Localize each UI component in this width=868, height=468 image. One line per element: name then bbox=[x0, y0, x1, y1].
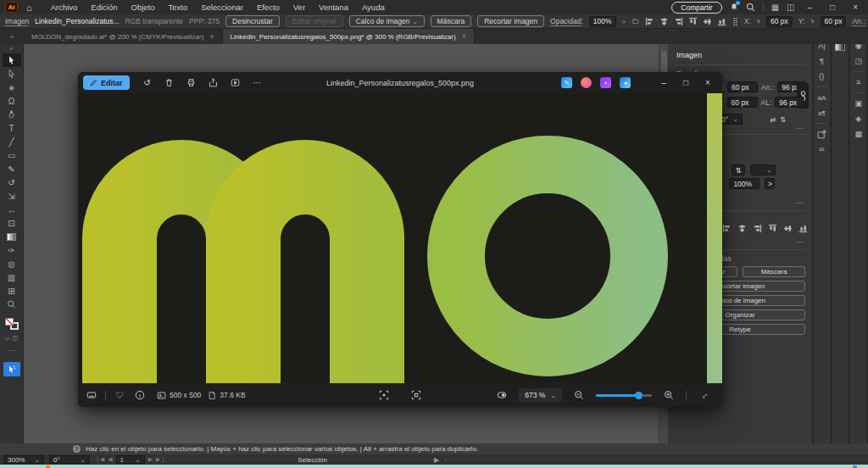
window-close-button[interactable]: × bbox=[848, 3, 863, 12]
opacity-expand-icon[interactable]: > bbox=[622, 18, 626, 25]
y-stepper[interactable]: ⇅ bbox=[810, 20, 814, 23]
file-info-icon[interactable] bbox=[130, 387, 150, 403]
window-minimize-button[interactable]: – bbox=[803, 3, 818, 12]
zoom-lock-toggle-icon[interactable] bbox=[492, 387, 512, 403]
direct-selection-tool[interactable] bbox=[3, 67, 21, 81]
mask-button[interactable]: Máscara bbox=[431, 15, 472, 27]
tab-moldon-degradado[interactable]: MOLDON_degradado.ai* @ 200 % (CMYK/Previ… bbox=[24, 29, 223, 44]
x-stepper[interactable]: ⇅ bbox=[757, 20, 760, 23]
viewer-close-button[interactable]: × bbox=[697, 75, 719, 91]
menu-objeto[interactable]: Objeto bbox=[125, 3, 162, 12]
free-transform-tool[interactable]: ⊡ bbox=[3, 216, 21, 230]
next-artboard-icon[interactable]: ▶ bbox=[148, 456, 153, 463]
opacity-label[interactable]: Opacidad: bbox=[550, 17, 583, 25]
favorite-heart-icon[interactable]: ♡ bbox=[109, 387, 130, 403]
menu-ver[interactable]: Ver bbox=[287, 3, 312, 12]
menu-ayuda[interactable]: Ayuda bbox=[355, 3, 392, 12]
workspace-columns-icon[interactable]: ▦ bbox=[771, 3, 779, 12]
menu-seleccionar[interactable]: Seleccionar bbox=[194, 3, 250, 12]
appearance-more-icon[interactable]: ⋯ bbox=[796, 198, 804, 207]
tab-close-icon[interactable]: × bbox=[209, 32, 214, 41]
flip-horizontal-icon[interactable]: ⇄ bbox=[770, 115, 776, 124]
opacity-field[interactable]: 100% bbox=[729, 178, 760, 189]
rotate-tool[interactable]: ↺ bbox=[3, 176, 21, 189]
rectangle-tool[interactable]: ▭ bbox=[3, 148, 21, 162]
designer-app-icon[interactable] bbox=[581, 77, 592, 88]
style-dropdown-icon[interactable]: 🗀 bbox=[632, 17, 639, 25]
blend-tool[interactable]: ◎ bbox=[3, 257, 21, 270]
context-label[interactable]: Imagen bbox=[5, 17, 29, 25]
align-right-icon[interactable] bbox=[674, 17, 683, 26]
status-play-icon[interactable]: ▶ bbox=[434, 456, 439, 464]
symbols-panel-icon[interactable]: ◳ bbox=[850, 53, 866, 69]
gradient-panel-icon[interactable] bbox=[835, 43, 845, 51]
transform-more-icon[interactable]: ⋯ bbox=[796, 124, 804, 132]
width-label[interactable]: An.: bbox=[852, 17, 865, 25]
menu-archivo[interactable]: Archivo bbox=[44, 3, 85, 12]
x-field[interactable]: 60 px bbox=[766, 16, 793, 27]
graph-tool[interactable]: ▥ bbox=[3, 270, 21, 284]
zoom-slider[interactable] bbox=[596, 394, 652, 397]
align-more-icon[interactable]: ⋯ bbox=[796, 237, 804, 246]
type-tool[interactable]: T bbox=[3, 121, 21, 135]
image-view[interactable] bbox=[78, 93, 722, 383]
viewer-maximize-button[interactable]: □ bbox=[675, 75, 697, 91]
notifications-bell-icon[interactable] bbox=[730, 3, 738, 12]
paragraph-panel-icon[interactable]: ¶ bbox=[814, 53, 830, 69]
selection-tool[interactable] bbox=[3, 53, 21, 67]
actual-size-icon[interactable] bbox=[406, 387, 426, 403]
delete-icon[interactable] bbox=[159, 75, 181, 90]
more-options-icon[interactable]: ⋯ bbox=[247, 75, 269, 90]
artboard-tool[interactable]: ⊞ bbox=[3, 284, 21, 298]
draw-normal-icon[interactable]: ▱ bbox=[5, 335, 9, 342]
pencil-tool[interactable]: ✎ bbox=[3, 162, 21, 176]
flip-vertical-icon[interactable]: ⇅ bbox=[780, 115, 786, 124]
line-segment-tool[interactable]: ╱ bbox=[3, 135, 21, 148]
zoom-in-icon[interactable] bbox=[659, 387, 679, 403]
edit-image-button[interactable]: Editar bbox=[83, 75, 130, 90]
zoom-slider-handle[interactable] bbox=[635, 392, 643, 399]
opacity-field[interactable]: 100% bbox=[589, 16, 616, 27]
menu-efecto[interactable]: Efecto bbox=[250, 3, 287, 12]
align-middle-icon[interactable] bbox=[703, 17, 712, 26]
width-tool[interactable]: ↔ bbox=[3, 203, 21, 216]
artboard-number-dropdown[interactable]: 1⌄ bbox=[116, 455, 145, 464]
menu-texto[interactable]: Texto bbox=[162, 3, 195, 12]
stroke-width-dropdown[interactable]: ⌄ bbox=[750, 164, 776, 176]
menu-ventana[interactable]: Ventana bbox=[312, 3, 355, 12]
photoshop-app-icon[interactable]: ▪ bbox=[600, 77, 611, 88]
opacity-expand-icon[interactable]: > bbox=[765, 178, 775, 189]
align-middle-icon[interactable] bbox=[783, 224, 793, 233]
edit-toolbar-button[interactable] bbox=[3, 362, 20, 376]
align-top-icon[interactable] bbox=[688, 17, 698, 26]
previous-artboard-icon[interactable]: ◀ bbox=[108, 456, 112, 463]
workspace-layout-icon[interactable]: ◫ bbox=[787, 3, 794, 12]
magic-wand-tool[interactable]: ∗ bbox=[3, 81, 21, 94]
y-field[interactable]: 60 px bbox=[821, 16, 847, 27]
tab-linkedin-personalizatusregalos[interactable]: Linkedin_Personalizatusregalos_500px.png… bbox=[223, 29, 475, 44]
fill-stroke-swatches[interactable] bbox=[5, 318, 19, 330]
reference-point-icon[interactable]: ⣿ bbox=[732, 17, 738, 25]
zoom-percentage-dropdown[interactable]: 673 %⌄ bbox=[519, 388, 562, 402]
zoom-tool[interactable] bbox=[3, 298, 21, 311]
rotation-dropdown[interactable]: 0°⌄ bbox=[49, 455, 90, 464]
dock-collapse-icon[interactable]: » bbox=[0, 33, 24, 41]
image-trace-button[interactable]: Calco de imagen ⌄ bbox=[349, 15, 425, 27]
align-bottom-icon[interactable] bbox=[717, 17, 726, 26]
libraries-panel-icon[interactable]: ∞ bbox=[814, 142, 830, 157]
toolbar-collapse-icon[interactable]: » bbox=[10, 46, 14, 53]
character-styles-panel-icon[interactable]: aA bbox=[814, 90, 830, 105]
embed-button[interactable]: Desincrustar bbox=[225, 15, 280, 27]
draw-behind-icon[interactable]: ◫ bbox=[12, 335, 18, 342]
artboards-panel-icon[interactable]: ▦ bbox=[850, 126, 866, 142]
share-icon[interactable] bbox=[203, 75, 225, 90]
paragraph-styles-panel-icon[interactable]: a¶ bbox=[814, 105, 830, 120]
zoom-out-icon[interactable] bbox=[569, 387, 589, 403]
scale-tool[interactable]: ⇲ bbox=[3, 189, 21, 203]
crop-image-button[interactable]: Recortar imagen bbox=[477, 15, 544, 27]
transform-panel-icon[interactable]: ▣ bbox=[850, 96, 866, 111]
align-top-icon[interactable] bbox=[768, 224, 777, 233]
export-panel-icon[interactable] bbox=[814, 126, 830, 142]
express-edit-app-icon[interactable]: ✎ bbox=[561, 77, 572, 88]
search-icon[interactable] bbox=[746, 3, 755, 12]
